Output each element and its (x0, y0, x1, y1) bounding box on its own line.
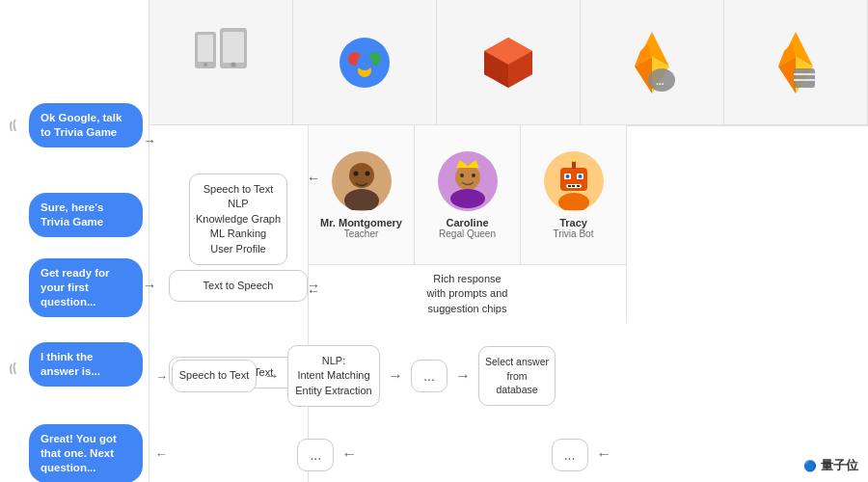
bubble-ok-google: Ok Google, talk to Trivia Game (29, 103, 143, 147)
svg-point-46 (578, 174, 582, 178)
google-home-cell (149, 0, 293, 124)
arrow-tts: → (143, 278, 156, 293)
arrow-back-bubble: → (155, 448, 168, 463)
arrow-from-bubble: → (155, 369, 168, 384)
arrow-flow-1: → (264, 367, 280, 385)
bubble-sure: Sure, here's Trivia Game (29, 193, 143, 237)
watermark-logo: 🔵 (803, 460, 817, 471)
caroline-name: Caroline (446, 217, 488, 228)
bubble-get-ready: Get ready for your first question... (29, 258, 143, 317)
svg-point-29 (349, 163, 374, 188)
bottom-flow-row: → Speech to Text → NLP:Intent MatchingEn… (149, 345, 868, 407)
sound-wave-1 (8, 118, 29, 150)
svg-point-37 (460, 174, 464, 177)
svg-point-36 (450, 189, 485, 208)
process-tts-label: Text to Speech (169, 270, 308, 302)
flow-stt-label: Speech to Text (179, 369, 250, 381)
bottom-flow-row-2: → ... → ... → (149, 439, 868, 471)
arrow-back-2: → (341, 446, 357, 464)
google-home-icon (193, 24, 249, 101)
flow-ellipsis-3: ... (552, 439, 588, 471)
flow-nlp-label: NLP:Intent MatchingEntity Extraction (295, 355, 371, 396)
svg-point-2 (203, 63, 207, 67)
svg-rect-48 (568, 185, 571, 187)
svg-point-45 (565, 174, 569, 178)
montgomery-portrait (333, 152, 391, 210)
assistant-cell (293, 0, 437, 124)
sound-wave-2 (8, 361, 29, 393)
firebase2-cell (724, 0, 868, 124)
caroline-avatar (438, 151, 498, 211)
svg-rect-1 (198, 35, 213, 62)
svg-point-10 (357, 55, 372, 70)
actions-icon (480, 34, 536, 92)
bubble-i-think: I think the answer is... (29, 342, 143, 387)
montgomery-name: Mr. Montgomery (320, 217, 402, 228)
tracy-role: Trivia Bot (554, 228, 594, 239)
svg-text:...: ... (656, 76, 665, 87)
tracy-avatar (544, 151, 604, 211)
arrow-rich-left: → (307, 284, 320, 300)
rich-response-box: Rich responsewith prompts andsuggestion … (309, 265, 627, 323)
process-box-1: Speech to TextNLPKnowledge GraphML Ranki… (189, 174, 287, 265)
svg-rect-25 (794, 68, 815, 88)
firebase1-icon: ... (627, 30, 677, 95)
watermark-text: 量子位 (821, 458, 858, 472)
flow-stt-box: Speech to Text (172, 360, 257, 391)
arrow-flow-3: → (455, 367, 471, 385)
caroline-role: Regal Queen (439, 228, 496, 239)
select-answer-label: Select answerfrom database (485, 356, 549, 395)
char-caroline: Caroline Regal Queen (415, 125, 521, 264)
left-conversation: Ok Google, talk to Trivia Game Sure, her… (0, 0, 149, 482)
flow-nlp-box: NLP:Intent MatchingEntity Extraction (287, 345, 380, 407)
montgomery-role: Teacher (344, 228, 379, 239)
firebase1-cell: ... (581, 0, 724, 124)
rich-response-text: Rich responsewith prompts andsuggestion … (427, 272, 508, 316)
svg-rect-4 (223, 32, 244, 63)
tracy-name: Tracy (559, 217, 587, 228)
svg-point-38 (472, 174, 475, 177)
assistant-icon (336, 34, 393, 92)
flow-ellipsis-1: ... (411, 360, 448, 392)
svg-point-32 (365, 171, 369, 175)
svg-point-42 (571, 156, 577, 162)
arrow-1: → (143, 133, 156, 148)
char-montgomery: Mr. Montgomery Teacher (309, 125, 415, 264)
process-box-tts: Text to Speech (159, 270, 298, 302)
flow-select-box: Select answerfrom database (478, 346, 556, 406)
svg-point-5 (231, 62, 236, 67)
watermark: 🔵 量子位 (803, 457, 858, 474)
caroline-portrait (439, 152, 497, 210)
ellipsis-label-1: ... (423, 368, 435, 384)
ellipsis-label-3: ... (564, 447, 576, 463)
actions-cell (437, 0, 581, 124)
diagram: ... Ok Google, talk to Trivia Game (0, 0, 868, 482)
bubble-great: Great! You got that one. Next question..… (29, 424, 143, 482)
arrow-back-3: → (596, 446, 611, 464)
arrow-2: → (307, 172, 320, 187)
svg-point-31 (353, 171, 358, 175)
mid-process: Speech to TextNLPKnowledge GraphML Ranki… (149, 125, 309, 482)
icon-row: ... (149, 0, 868, 125)
char-tracy: Tracy Trivia Bot (521, 125, 626, 264)
svg-point-34 (455, 165, 480, 190)
tracy-portrait (545, 152, 603, 210)
svg-rect-49 (572, 185, 575, 187)
flow-ellipsis-2: ... (297, 439, 334, 471)
characters-section: Mr. Montgomery Teacher Caroline Regal Qu… (309, 125, 627, 265)
arrow-flow-2: → (388, 367, 403, 385)
svg-rect-50 (577, 185, 580, 187)
montgomery-avatar (332, 151, 392, 211)
ellipsis-label-2: ... (310, 447, 321, 463)
firebase2-icon (771, 30, 821, 95)
